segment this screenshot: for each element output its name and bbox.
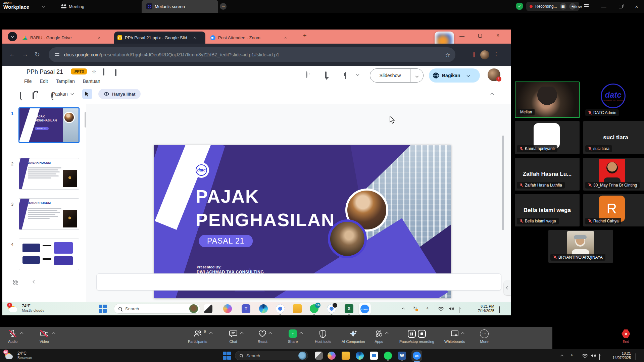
participant-tile-bella[interactable]: Bella islami wega Bella islami wega xyxy=(515,194,580,226)
collapse-panel-button[interactable] xyxy=(504,280,511,295)
file-explorer-icon[interactable] xyxy=(293,304,302,313)
speaker-icon[interactable] xyxy=(449,306,454,311)
fit-zoom-select[interactable]: Paskan xyxy=(52,91,73,97)
menu-help[interactable]: Bantuan xyxy=(83,79,100,84)
participant-tile-karina[interactable]: Karina apriliyanti xyxy=(515,121,580,154)
security-shield-icon[interactable]: ✓ xyxy=(516,3,523,10)
excel-icon[interactable]: X xyxy=(345,304,353,313)
view-button[interactable]: View xyxy=(573,0,589,13)
battery-icon[interactable] xyxy=(599,354,600,360)
task-view-icon[interactable] xyxy=(204,304,212,313)
filmstrip-scrollbar[interactable] xyxy=(85,112,86,127)
print-icon[interactable] xyxy=(33,92,34,99)
cloud-saved-icon[interactable] xyxy=(115,69,116,76)
slide-thumbnail-2[interactable]: DASAR HUKUM xyxy=(19,158,79,190)
start-button-icon[interactable] xyxy=(99,305,107,313)
word-icon[interactable]: W xyxy=(398,352,406,360)
weather-text[interactable]: 74°F Mostly cloudy xyxy=(22,304,44,312)
canvas-scrollbar[interactable] xyxy=(502,136,504,230)
close-button[interactable]: × xyxy=(631,0,642,13)
weather-widget[interactable]: 9+ xyxy=(5,351,14,360)
close-tab-icon[interactable]: × xyxy=(98,35,101,40)
chrome-menu-icon[interactable]: ⋮ xyxy=(494,51,499,57)
clock[interactable]: 18.21 14/07/2025 xyxy=(608,351,631,360)
zoom-workplace-logo[interactable]: zoom Workplace xyxy=(3,1,29,9)
meet-camera-icon[interactable] xyxy=(345,72,346,79)
tab-more-icon[interactable]: ⋯ xyxy=(220,3,227,10)
chrome-icon[interactable] xyxy=(276,304,285,313)
stop-icon[interactable] xyxy=(418,330,426,338)
extension-pin-icon[interactable] xyxy=(474,52,475,57)
tab-meilans-screen[interactable]: Meilan's screen xyxy=(142,0,218,13)
whiteboards-options-icon[interactable] xyxy=(461,332,464,335)
back-icon[interactable]: ← xyxy=(9,51,15,58)
grid-view-icon[interactable] xyxy=(13,280,18,285)
speaker-icon[interactable] xyxy=(591,353,596,358)
tab-meeting[interactable]: Meeting xyxy=(56,0,89,13)
slideshow-dropdown-icon[interactable] xyxy=(410,73,423,78)
zoom-app-active-icon[interactable]: zm xyxy=(411,350,422,361)
search-icon[interactable] xyxy=(20,92,21,99)
whatsapp-icon[interactable]: 16 xyxy=(310,304,318,313)
chrome-profile-icon[interactable] xyxy=(327,304,336,313)
participant-tile-rachel[interactable]: R Rachel Cahya xyxy=(583,194,644,226)
restore-button[interactable] xyxy=(615,0,626,13)
participant-tile-may[interactable]: 30_May Frina Br Ginting xyxy=(583,158,644,191)
copilot-icon[interactable] xyxy=(328,352,336,360)
close-tab-icon[interactable]: × xyxy=(193,35,196,40)
ai-companion-button[interactable]: AI Companion xyxy=(342,329,365,344)
copilot-icon[interactable] xyxy=(223,304,232,313)
new-tab-icon[interactable]: + xyxy=(303,32,307,39)
pause-recording-icon[interactable]: ▮▮ xyxy=(560,3,566,10)
speaker-notes[interactable] xyxy=(96,273,501,291)
address-bar[interactable]: docs.google.com/presentation/d/1gqhc4dOe… xyxy=(49,47,455,62)
star-icon[interactable]: ☆ xyxy=(92,68,96,75)
participants-button[interactable]: 9 Participants xyxy=(188,329,207,344)
menu-file[interactable]: File xyxy=(24,79,32,84)
end-button[interactable]: × End xyxy=(622,329,630,344)
whiteboards-button[interactable]: Whiteboards xyxy=(444,329,465,344)
menu-edit[interactable]: Edit xyxy=(40,79,48,84)
minimize-button[interactable]: — xyxy=(598,0,609,13)
search-box[interactable]: Search xyxy=(235,351,308,360)
edge-icon[interactable] xyxy=(259,304,268,313)
apps-button[interactable]: Apps xyxy=(375,329,383,344)
wifi-icon[interactable] xyxy=(438,307,444,311)
task-view-icon[interactable] xyxy=(315,352,323,360)
collapse-filmstrip-icon[interactable] xyxy=(33,280,36,283)
weather-text[interactable]: 24°C Berawan xyxy=(17,351,32,360)
chevron-down-icon[interactable] xyxy=(356,73,359,76)
reload-icon[interactable]: ↻ xyxy=(35,51,40,58)
battery-icon[interactable] xyxy=(459,307,459,313)
comment-icon[interactable] xyxy=(325,71,327,79)
notification-bell-icon[interactable] xyxy=(636,353,636,360)
search-box[interactable]: Search xyxy=(114,304,200,314)
video-button[interactable]: Video xyxy=(40,329,49,344)
tray-expand-icon[interactable] xyxy=(402,308,405,311)
teams-icon[interactable]: T xyxy=(242,304,250,313)
chrome-restore-icon[interactable] xyxy=(478,34,482,38)
start-button-icon[interactable] xyxy=(223,352,231,360)
host-tools-button[interactable]: Host tools xyxy=(315,329,331,344)
slide-thumbnail-4[interactable] xyxy=(19,239,79,270)
site-info-icon[interactable] xyxy=(55,53,59,56)
menu-view[interactable]: Tampilan xyxy=(56,79,75,84)
participant-tile-bryantino[interactable]: BRYANTINO ARQINAYA xyxy=(548,230,613,263)
file-explorer-icon[interactable] xyxy=(342,352,350,360)
slide-thumbnail-3[interactable]: DASAR HUKUM xyxy=(19,198,79,230)
view-only-pill[interactable]: Hanya lihat xyxy=(98,89,141,99)
zoom-app-active-icon[interactable]: zoom xyxy=(359,303,371,315)
wifi-icon[interactable] xyxy=(582,354,588,358)
forward-icon[interactable]: → xyxy=(22,51,28,58)
tab-search-chevron-icon[interactable] xyxy=(8,32,17,41)
spotify-icon[interactable] xyxy=(384,352,392,360)
chat-button[interactable]: Chat xyxy=(229,329,238,344)
participant-tile-suci[interactable]: suci tiara suci tiara xyxy=(583,121,644,154)
pause-stop-recording-button[interactable]: Pause/stop recording xyxy=(399,329,434,344)
collapse-toolbar-icon[interactable] xyxy=(491,93,494,96)
slideshow-button[interactable]: Slideshow xyxy=(370,68,424,83)
share-button[interactable]: Bagikan xyxy=(429,68,480,83)
bookmark-star-icon[interactable]: ☆ xyxy=(445,52,450,58)
doc-title[interactable]: PPh Pasal 21 xyxy=(27,68,63,75)
more-button[interactable]: ⋯ More xyxy=(480,329,489,344)
